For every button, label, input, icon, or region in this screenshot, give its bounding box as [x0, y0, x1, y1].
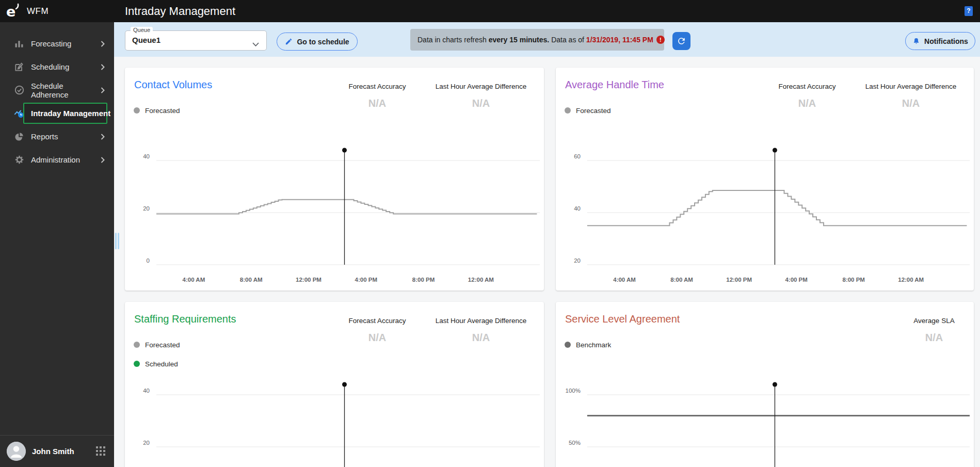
legend-dot — [134, 361, 140, 367]
banner-text: Data in charts refresh — [417, 36, 489, 44]
bar-chart-icon — [13, 38, 25, 50]
sidebar-item-scheduling[interactable]: Scheduling — [0, 55, 114, 78]
chevron-right-icon — [101, 87, 105, 93]
go-to-schedule-button[interactable]: Go to schedule — [277, 33, 358, 51]
go-to-schedule-label: Go to schedule — [297, 38, 349, 46]
metric-value: N/A — [768, 98, 846, 109]
svg-text:40: 40 — [574, 205, 581, 212]
sidebar-resize-handle[interactable] — [115, 233, 121, 249]
chevron-down-icon — [252, 39, 259, 49]
sidebar-item-schedule-adherence[interactable]: Schedule Adherence — [0, 78, 114, 102]
metric-label: Last Hour Average Difference — [429, 317, 533, 325]
svg-text:40: 40 — [143, 388, 150, 394]
gear-icon — [13, 154, 25, 166]
refresh-button[interactable] — [672, 32, 690, 50]
svg-text:12:00 PM: 12:00 PM — [726, 277, 752, 283]
refresh-icon — [677, 36, 686, 46]
help-icon[interactable]: ? — [965, 6, 973, 16]
metric-value: N/A — [429, 98, 533, 109]
sidebar-item-forecasting[interactable]: Forecasting — [0, 32, 114, 55]
sidebar: Forecasting Scheduling Schedule Adherenc… — [0, 22, 114, 467]
notifications-button[interactable]: Notifications — [905, 32, 975, 50]
legend-item: Forecasted — [134, 104, 180, 117]
svg-text:8:00 AM: 8:00 AM — [240, 277, 263, 283]
staffing-requirements-chart: 402004:00 AM8:00 AM12:00 PM4:00 PM8:00 P… — [125, 369, 544, 467]
sidebar-item-intraday-management[interactable]: Intraday Management — [0, 102, 114, 125]
metric-label: Last Hour Average Difference — [859, 83, 962, 90]
chevron-right-icon — [101, 64, 105, 70]
svg-text:20: 20 — [143, 205, 150, 212]
data-refresh-banner: Data in charts refresh every 15 minutes.… — [410, 29, 664, 51]
svg-text:12:00 AM: 12:00 AM — [898, 277, 924, 283]
legend-dot — [134, 107, 140, 114]
apps-grid-icon[interactable] — [96, 446, 106, 456]
user-profile[interactable]: John Smith — [0, 436, 114, 467]
metric-label: Forecast Accuracy — [339, 83, 416, 90]
svg-text:60: 60 — [574, 153, 581, 159]
metric-value: N/A — [859, 98, 962, 109]
card-metrics: Forecast Accuracy N/A Last Hour Average … — [339, 317, 533, 344]
staffing-requirements-card: Staffing Requirements Forecast Accuracy … — [125, 302, 544, 467]
sidebar-item-label: Forecasting — [31, 39, 101, 48]
card-title: Average Handle Time — [565, 79, 664, 91]
metric-label: Average SLA — [906, 317, 962, 325]
legend-item: Forecasted — [134, 339, 180, 351]
top-bar: e WFM Intraday Management ? — [0, 0, 980, 22]
card-metrics: Forecast Accuracy N/A Last Hour Average … — [339, 83, 533, 109]
legend-item: Scheduled — [134, 358, 180, 370]
banner-text-bold: every 15 minutes. — [489, 36, 550, 44]
legend-label: Forecasted — [145, 107, 180, 115]
metric-label: Forecast Accuracy — [768, 83, 846, 90]
legend-label: Forecasted — [145, 341, 180, 349]
metric-label: Forecast Accuracy — [339, 317, 416, 325]
svg-text:0: 0 — [147, 257, 150, 264]
svg-text:4:00 PM: 4:00 PM — [355, 277, 377, 283]
svg-text:40: 40 — [143, 153, 150, 159]
contact-volumes-chart: 402004:00 AM8:00 AM12:00 PM4:00 PM8:00 P… — [125, 135, 544, 289]
chart-legend: Forecasted Scheduled — [134, 339, 180, 370]
dashboard-content: Contact Volumes Forecast Accuracy N/A La… — [114, 57, 980, 467]
service-level-agreement-card: Service Level Agreement Average SLA N/A … — [556, 302, 974, 467]
edit-icon — [285, 38, 293, 45]
legend-item: Forecasted — [565, 104, 611, 117]
svg-text:12:00 PM: 12:00 PM — [296, 277, 322, 283]
svg-text:8:00 PM: 8:00 PM — [843, 277, 865, 283]
svg-text:20: 20 — [574, 257, 581, 264]
sidebar-item-administration[interactable]: Administration — [0, 148, 114, 171]
sidebar-item-label: Reports — [31, 132, 101, 141]
svg-text:100%: 100% — [566, 388, 581, 394]
average-handle-time-card: Average Handle Time Forecast Accuracy N/… — [556, 68, 974, 291]
warning-icon: ! — [656, 36, 665, 44]
bell-icon — [912, 37, 920, 45]
queue-select[interactable]: Queue Queue1 — [125, 30, 267, 51]
user-name: John Smith — [32, 447, 96, 456]
metric-value: N/A — [339, 98, 416, 109]
metric-value: N/A — [906, 332, 962, 344]
svg-text:e: e — [6, 4, 15, 20]
svg-text:8:00 PM: 8:00 PM — [412, 277, 435, 283]
svg-text:50%: 50% — [569, 440, 581, 446]
legend-dot — [565, 342, 571, 348]
brand-text: WFM — [27, 6, 49, 17]
app-logo-icon: e — [4, 3, 22, 20]
svg-text:4:00 PM: 4:00 PM — [785, 277, 807, 283]
sidebar-item-reports[interactable]: Reports — [0, 125, 114, 148]
svg-text:12:00 AM: 12:00 AM — [468, 277, 494, 283]
card-title: Staffing Requirements — [134, 313, 236, 325]
legend-dot — [565, 107, 571, 114]
legend-label: Scheduled — [145, 360, 178, 368]
card-title: Service Level Agreement — [565, 313, 680, 325]
svg-text:8:00 AM: 8:00 AM — [670, 277, 693, 283]
sidebar-item-label: Schedule Adherence — [31, 82, 101, 99]
contact-volumes-card: Contact Volumes Forecast Accuracy N/A La… — [125, 68, 544, 291]
svg-text:4:00 AM: 4:00 AM — [183, 277, 205, 283]
chart-legend: Forecasted — [134, 104, 180, 117]
chevron-right-icon — [101, 157, 105, 163]
legend-label: Benchmark — [576, 341, 611, 349]
check-circle-icon — [13, 85, 25, 96]
metric-value: N/A — [429, 332, 533, 344]
chart-legend: Benchmark — [565, 339, 611, 351]
service-level-agreement-chart: 100%50%4:00 AM8:00 AM12:00 PM4:00 PM8:00… — [556, 369, 974, 467]
notifications-label: Notifications — [924, 37, 968, 45]
sidebar-item-label: Administration — [31, 155, 101, 164]
